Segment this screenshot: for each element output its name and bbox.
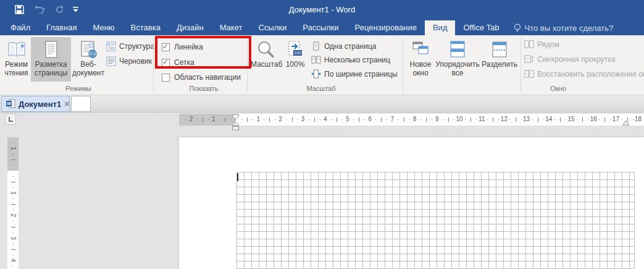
checkmark-icon: ✓ (162, 58, 169, 66)
sync-scroll-icon (524, 54, 534, 64)
ruler-mark (186, 119, 186, 120)
ruler-mark (375, 119, 376, 120)
ruler-mark (588, 119, 588, 120)
ruler-mark (13, 255, 14, 255)
synchronous-scrolling-button[interactable]: Синхронная прокрутка (524, 54, 615, 65)
tab-office-tab[interactable]: Office Tab (455, 20, 507, 35)
ruler-mark: 14 (545, 116, 552, 123)
ruler-mark (264, 119, 264, 120)
print-layout-label: Разметкастраницы (31, 60, 71, 77)
ruler-checkbox[interactable]: ✓ Линейка (162, 41, 203, 53)
tab-view[interactable]: Вид (425, 20, 456, 35)
close-icon[interactable]: × (64, 100, 69, 108)
draft-icon (106, 56, 116, 66)
ruler-mark (420, 119, 421, 120)
ruler-mark (470, 117, 471, 122)
ruler-mark: 1 (256, 116, 260, 123)
ruler-mark (465, 119, 466, 120)
indent-markers[interactable] (231, 114, 240, 130)
ruler-mark (11, 227, 15, 228)
svg-text:100: 100 (294, 51, 301, 55)
ruler-mark (253, 119, 253, 120)
print-layout-button[interactable]: Разметкастраницы (31, 37, 71, 82)
tab-stop-selector-button[interactable] (5, 114, 16, 125)
multiple-pages-button[interactable]: Несколько страниц (311, 54, 390, 66)
ruler-mark (604, 117, 605, 122)
ruler-mark (230, 119, 231, 120)
ruler-mark (353, 119, 354, 120)
ruler-mark (532, 119, 533, 120)
save-icon (15, 5, 24, 14)
ruler-mark (476, 119, 477, 120)
ruler-mark (11, 182, 15, 182)
ruler-mark (582, 117, 583, 122)
book-open-icon (7, 40, 27, 59)
vertical-ruler[interactable]: 11234 (7, 137, 19, 269)
undo-button[interactable] (33, 5, 46, 14)
outline-view-button[interactable]: Структура (106, 41, 154, 52)
ruler-mark (387, 119, 387, 120)
ruler-mark (516, 117, 516, 122)
read-mode-button[interactable]: Режимчтения (2, 37, 30, 82)
document-area: 21123456789101112131415161718 11234 (0, 113, 644, 269)
ribbon-tab-bar: Файл Главная Меню Вставка Дизайн Макет С… (0, 19, 644, 35)
split-button[interactable]: Разделить (481, 37, 518, 82)
ruler-mark (398, 119, 398, 120)
outline-icon (106, 41, 116, 51)
new-document-tab-button[interactable] (71, 96, 91, 112)
tab-references[interactable]: Ссылки (250, 20, 295, 35)
redo-button[interactable] (55, 5, 64, 14)
ruler-mark (521, 119, 522, 120)
ruler-mark (342, 119, 343, 120)
document-page[interactable] (179, 137, 644, 269)
customize-quick-access-button[interactable] (73, 6, 78, 12)
horizontal-ruler[interactable]: 21123456789101112131415161718 (179, 114, 644, 126)
zoom-button[interactable]: Масштаб (251, 37, 280, 82)
tell-me-box[interactable]: Что вы хотите сделать? (508, 20, 620, 35)
zoom-100-button[interactable]: 100 100% (283, 37, 307, 82)
gridlines-checkbox[interactable]: ✓ Сетка (162, 57, 194, 68)
ribbon: Режимчтения Разметкастраницы Веб-докумен… (0, 35, 644, 95)
ruler-mark (13, 266, 14, 267)
tab-file[interactable]: Файл (2, 20, 38, 35)
ruler-mark (13, 176, 14, 177)
tab-insert[interactable]: Вставка (123, 20, 169, 35)
reset-window-position-button[interactable]: Восстановить расположение окон (524, 69, 644, 80)
save-button[interactable] (15, 5, 24, 14)
tab-layout[interactable]: Макет (212, 20, 251, 35)
page-width-button[interactable]: По ширине страницы (311, 69, 398, 80)
tab-menu[interactable]: Меню (85, 20, 122, 35)
tab-design[interactable]: Дизайн (169, 20, 212, 35)
ruler-mark (621, 119, 622, 120)
ruler-mark: 12 (501, 116, 508, 123)
quick-access-toolbar (0, 5, 78, 14)
draft-view-button[interactable]: Черновик (106, 56, 152, 67)
ruler-mark: 2 (190, 116, 193, 123)
synchronous-scrolling-label: Синхронная прокрутка (537, 55, 615, 64)
arrange-all-button[interactable]: Упорядочитьвсе (435, 37, 480, 82)
ruler-mark: 2 (9, 214, 17, 218)
draft-view-label: Черновик (119, 57, 152, 66)
tab-mailings[interactable]: Рассылки (295, 20, 346, 35)
ruler-mark (13, 187, 14, 188)
web-layout-button[interactable]: Веб-документ (72, 37, 105, 82)
one-page-button[interactable]: Одна страница (311, 41, 376, 52)
read-mode-label: Режимчтения (2, 60, 30, 77)
ruler-mark (426, 117, 427, 122)
tab-home[interactable]: Главная (38, 20, 85, 35)
ruler-mark (599, 119, 600, 120)
ruler-mark (566, 119, 566, 120)
ruler-mark (538, 117, 538, 122)
navigation-pane-checkbox[interactable]: Область навигации (162, 72, 241, 83)
lightbulb-icon (514, 23, 521, 33)
view-side-by-side-button[interactable]: Рядом (524, 39, 559, 50)
right-indent-marker[interactable] (621, 119, 630, 126)
navigation-pane-checkbox-label: Область навигации (174, 73, 241, 82)
document-tab-active[interactable]: W Документ1 × (1, 96, 70, 112)
window-title: Документ1 - Word (0, 5, 644, 14)
one-page-label: Одна страница (324, 42, 376, 51)
tab-review[interactable]: Рецензирование (347, 20, 425, 35)
new-window-label: Новоеокно (406, 60, 435, 77)
new-window-button[interactable]: Новоеокно (406, 37, 435, 82)
ruler-mark (13, 154, 14, 155)
